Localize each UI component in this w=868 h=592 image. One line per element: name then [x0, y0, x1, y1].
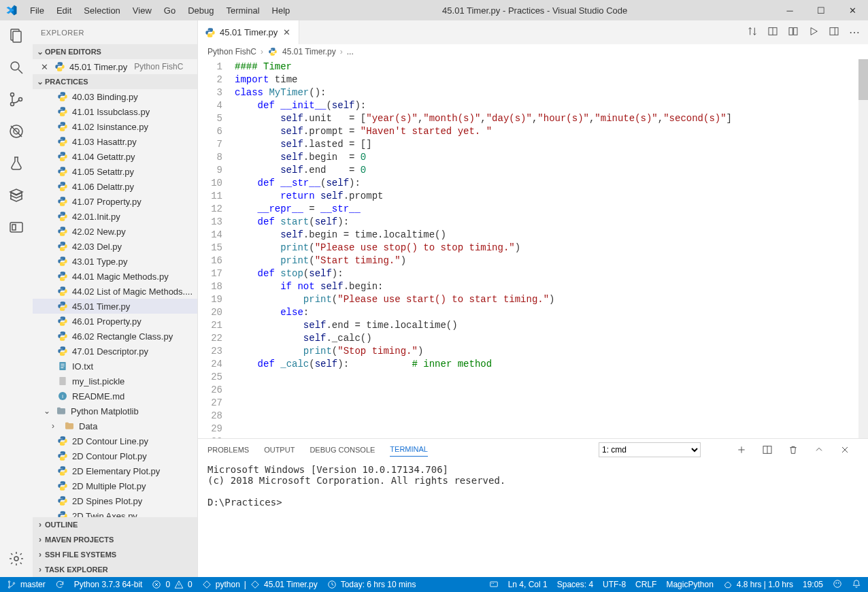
more-actions-icon[interactable]: ⋯ — [849, 26, 860, 39]
file-item[interactable]: iREADME.md — [33, 389, 197, 404]
terminal-body[interactable]: Microsoft Windows [Version 10.0.17134.70… — [198, 460, 868, 577]
close-panel-icon[interactable] — [839, 444, 850, 455]
terminal-selector[interactable]: 1: cmd — [599, 442, 701, 457]
wakatime-status[interactable]: Today: 6 hrs 10 mins — [327, 580, 416, 589]
file-item[interactable]: 41.07 Property.py — [33, 194, 197, 209]
svg-rect-11 — [12, 225, 16, 230]
split-terminal-icon[interactable] — [762, 444, 773, 455]
open-editor-item[interactable]: ✕ 45.01 Timer.pyPython FishC — [33, 59, 197, 74]
close-button[interactable]: ✕ — [837, 0, 868, 20]
file-item[interactable]: 41.04 Getattr.py — [33, 149, 197, 164]
git-branch[interactable]: master — [7, 580, 46, 589]
encoding[interactable]: UTF-8 — [603, 580, 626, 589]
svg-rect-1 — [13, 31, 21, 42]
section-ssh[interactable]: ›SSH FILE SYSTEMS — [33, 547, 197, 562]
file-item[interactable]: 41.03 Hasattr.py — [33, 134, 197, 149]
minimize-button[interactable]: ─ — [774, 0, 805, 20]
menu-bar: File Edit Selection View Go Debug Termin… — [24, 3, 295, 18]
file-item[interactable]: 42.02 New.py — [33, 224, 197, 239]
file-item[interactable]: 46.01 Property.py — [33, 314, 197, 329]
search-icon[interactable] — [8, 59, 24, 78]
folder-item[interactable]: ⌄Python Matplotlib — [33, 404, 197, 418]
code-editor[interactable]: 1234567891011121314151617181920212223242… — [198, 59, 868, 438]
maximize-button[interactable]: ☐ — [805, 0, 837, 20]
menu-help[interactable]: Help — [267, 3, 296, 18]
menu-debug[interactable]: Debug — [182, 3, 219, 18]
panel-tab-terminal[interactable]: TERMINAL — [390, 445, 428, 457]
extensions-icon[interactable] — [8, 187, 24, 205]
source-control-icon[interactable] — [8, 91, 24, 110]
menu-edit[interactable]: Edit — [51, 3, 77, 18]
remote-icon[interactable] — [8, 219, 24, 237]
new-terminal-icon[interactable] — [736, 444, 747, 455]
section-open-editors[interactable]: ⌄OPEN EDITORS — [33, 44, 197, 59]
section-maven[interactable]: ›MAVEN PROJECTS — [33, 532, 197, 547]
file-item[interactable]: 42.01.Init.py — [33, 209, 197, 224]
code-content[interactable]: #### Timerimport timeclass MyTimer(): de… — [232, 59, 868, 438]
sync-changes[interactable] — [55, 580, 65, 589]
python-interpreter[interactable]: Python 3.7.3 64-bit — [74, 580, 143, 589]
file-item[interactable]: 42.03 Del.py — [33, 239, 197, 254]
menu-terminal[interactable]: Terminal — [220, 3, 265, 18]
file-item[interactable]: 40.03 Binding.py — [33, 89, 197, 104]
file-item[interactable]: 44.01 Magic Methods.py — [33, 269, 197, 284]
maximize-panel-icon[interactable] — [814, 444, 824, 455]
editor-layout-icon[interactable] — [829, 26, 839, 39]
section-workspace[interactable]: ⌄PRACTICES — [33, 74, 197, 89]
file-item[interactable]: 2D Contour Line.py — [33, 433, 197, 448]
panel-tab-output[interactable]: OUTPUT — [264, 446, 295, 454]
menu-file[interactable]: File — [24, 3, 50, 18]
file-item[interactable]: 41.01 Issubclass.py — [33, 104, 197, 119]
file-item[interactable]: 2D Contour Plot.py — [33, 448, 197, 463]
file-item[interactable]: 41.05 Setattr.py — [33, 164, 197, 179]
keyboard-layout[interactable] — [489, 579, 499, 591]
minimap[interactable] — [858, 59, 868, 438]
menu-selection[interactable]: Selection — [78, 3, 125, 18]
panel-tabs: PROBLEMS OUTPUT DEBUG CONSOLE TERMINAL 1… — [198, 439, 868, 460]
panel-tab-problems[interactable]: PROBLEMS — [207, 446, 249, 454]
file-item[interactable]: 2D Spines Plot.py — [33, 493, 197, 508]
test-icon[interactable] — [8, 155, 24, 174]
tab-bar: 45.01 Timer.py ✕ ⋯ — [198, 20, 868, 44]
file-item[interactable]: 44.02 List of Magic Methods.... — [33, 284, 197, 299]
panel-tab-debug-console[interactable]: DEBUG CONSOLE — [310, 446, 375, 454]
file-item[interactable]: 41.06 Delattr.py — [33, 179, 197, 194]
menu-go[interactable]: Go — [158, 3, 181, 18]
cursor-position[interactable]: Ln 4, Col 1 — [508, 580, 548, 589]
kite-status[interactable]: python | 45.01 Timer.py — [202, 580, 318, 589]
kill-terminal-icon[interactable] — [788, 444, 799, 455]
tab-timer-py[interactable]: 45.01 Timer.py ✕ — [198, 20, 299, 44]
run-icon[interactable] — [808, 26, 819, 39]
toggle-editor-layout-icon[interactable] — [788, 26, 799, 39]
file-item[interactable]: 2D Multiple Plot.py — [33, 478, 197, 493]
file-item[interactable]: 45.01 Timer.py — [33, 299, 197, 314]
explorer-icon[interactable] — [8, 27, 24, 46]
notifications-icon[interactable] — [852, 579, 861, 591]
breadcrumb[interactable]: Python FishC› 45.01 Timer.py›... — [198, 44, 868, 59]
clock[interactable]: 19:05 — [803, 580, 823, 589]
file-item[interactable]: 2D Elementary Plot.py — [33, 463, 197, 478]
language-mode[interactable]: MagicPython — [666, 580, 713, 589]
feedback-icon[interactable] — [833, 579, 842, 591]
section-task-explorer[interactable]: ›TASK EXPLORER — [33, 562, 197, 577]
file-item[interactable]: 43.01 Type.py — [33, 254, 197, 269]
file-item[interactable]: my_list.pickle — [33, 374, 197, 389]
close-tab-icon[interactable]: ✕ — [282, 27, 292, 37]
close-editor-icon[interactable]: ✕ — [41, 62, 50, 72]
file-item[interactable]: 47.01 Descriptor.py — [33, 344, 197, 359]
indentation[interactable]: Spaces: 4 — [557, 580, 593, 589]
menu-view[interactable]: View — [127, 3, 157, 18]
rescue-time[interactable]: 4.8 hrs | 1.0 hrs — [723, 580, 793, 589]
file-item[interactable]: IO.txt — [33, 359, 197, 374]
settings-gear-icon[interactable] — [8, 550, 24, 569]
file-item[interactable]: 41.02 Isinstance.py — [33, 119, 197, 134]
eol[interactable]: CRLF — [635, 580, 656, 589]
file-item[interactable]: 2D Twin Axes.py — [33, 508, 197, 517]
debug-icon[interactable] — [8, 123, 24, 142]
section-outline[interactable]: ›OUTLINE — [33, 517, 197, 532]
split-editor-icon[interactable] — [767, 26, 778, 39]
file-item[interactable]: 46.02 Rectangle Class.py — [33, 329, 197, 344]
problems-count[interactable]: 00 — [152, 580, 192, 589]
folder-item[interactable]: ›Data — [33, 418, 197, 433]
compare-changes-icon[interactable] — [747, 26, 758, 39]
